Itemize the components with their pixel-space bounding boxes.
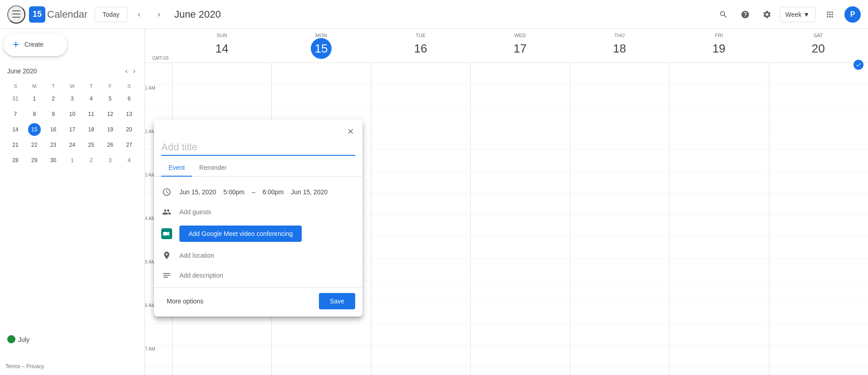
grid-cell[interactable] xyxy=(271,367,371,375)
mini-cal-day[interactable]: 16 xyxy=(44,122,63,137)
grid-cell[interactable] xyxy=(669,85,768,106)
mini-cal-prev[interactable]: ‹ xyxy=(123,65,129,77)
grid-cell[interactable] xyxy=(271,324,371,346)
grid-cell[interactable] xyxy=(669,367,768,375)
grid-cell[interactable] xyxy=(570,302,669,324)
grid-cell[interactable] xyxy=(669,63,768,85)
mini-cal-day[interactable]: 18 xyxy=(82,122,100,137)
mini-cal-day[interactable]: 10 xyxy=(63,107,82,121)
create-button[interactable]: + Create xyxy=(4,33,67,56)
grid-cell[interactable] xyxy=(769,172,868,193)
grid-cell[interactable] xyxy=(371,215,470,237)
help-icon[interactable] xyxy=(736,5,754,24)
grid-cell[interactable] xyxy=(570,237,669,259)
grid-cell[interactable] xyxy=(470,193,569,215)
grid-cell[interactable] xyxy=(371,302,470,324)
mini-cal-day[interactable]: 13 xyxy=(120,107,138,121)
grid-cell[interactable] xyxy=(371,259,470,280)
date-end-display[interactable]: Jun 15, 2020 xyxy=(291,188,328,196)
grid-cell[interactable] xyxy=(669,150,768,172)
grid-cell[interactable] xyxy=(371,346,470,367)
grid-cell[interactable] xyxy=(371,367,470,375)
grid-cell[interactable] xyxy=(570,346,669,367)
grid-cell[interactable] xyxy=(570,215,669,237)
grid-cell[interactable] xyxy=(769,302,868,324)
prev-nav-button[interactable]: ‹ xyxy=(131,6,147,23)
grid-cell[interactable] xyxy=(570,85,669,106)
grid-cell[interactable] xyxy=(769,85,868,106)
dialog-close-button[interactable] xyxy=(342,123,359,139)
mini-cal-day[interactable]: 6 xyxy=(120,91,138,106)
grid-cell[interactable] xyxy=(470,150,569,172)
grid-cell[interactable] xyxy=(470,215,569,237)
grid-cell[interactable] xyxy=(470,324,569,346)
apps-icon[interactable] xyxy=(821,5,839,24)
grid-cell[interactable] xyxy=(769,346,868,367)
grid-cell[interactable] xyxy=(669,324,768,346)
grid-cell[interactable] xyxy=(669,259,768,280)
mini-cal-day[interactable]: 12 xyxy=(101,107,119,121)
mini-cal-day[interactable]: 1 xyxy=(63,153,82,168)
mini-cal-day[interactable]: 2 xyxy=(82,153,100,168)
grid-cell[interactable] xyxy=(371,324,470,346)
mini-cal-day[interactable]: 3 xyxy=(101,153,119,168)
mini-cal-day[interactable]: 17 xyxy=(63,122,82,137)
menu-icon[interactable] xyxy=(7,5,25,24)
grid-cell[interactable] xyxy=(769,150,868,172)
grid-cell[interactable] xyxy=(769,193,868,215)
mini-cal-next[interactable]: › xyxy=(131,65,137,77)
time-end-display[interactable]: 6:00pm xyxy=(262,188,284,196)
mini-cal-day[interactable]: 20 xyxy=(120,122,138,137)
mini-cal-day[interactable]: 7 xyxy=(6,107,24,121)
grid-cell[interactable] xyxy=(172,63,271,85)
more-options-button[interactable]: More options xyxy=(161,294,209,308)
grid-cell[interactable] xyxy=(669,106,768,128)
add-location-text[interactable]: Add location xyxy=(179,252,214,259)
grid-cell[interactable] xyxy=(769,280,868,302)
mini-cal-day[interactable]: 9 xyxy=(44,107,63,121)
mini-cal-day[interactable]: 26 xyxy=(101,138,119,152)
mini-cal-day[interactable]: 11 xyxy=(82,107,100,121)
grid-cell[interactable] xyxy=(371,85,470,106)
add-description-text[interactable]: Add description xyxy=(179,272,223,279)
grid-cell[interactable] xyxy=(669,237,768,259)
mini-cal-day[interactable]: 29 xyxy=(25,153,43,168)
grid-cell[interactable] xyxy=(371,63,470,85)
grid-cell[interactable] xyxy=(769,259,868,280)
avatar[interactable]: P xyxy=(844,6,861,23)
tab-reminder[interactable]: Reminder xyxy=(192,159,234,177)
time-start-display[interactable]: 5:00pm xyxy=(223,188,245,196)
grid-cell[interactable] xyxy=(769,367,868,375)
add-google-meet-button[interactable]: Add Google Meet video conferencing xyxy=(179,226,302,242)
grid-cell[interactable] xyxy=(769,128,868,150)
grid-cell[interactable] xyxy=(371,193,470,215)
mini-cal-day[interactable]: 5 xyxy=(101,91,119,106)
grid-cell[interactable] xyxy=(172,346,271,367)
today-button[interactable]: Today xyxy=(95,7,127,22)
grid-cell[interactable] xyxy=(769,237,868,259)
grid-cell[interactable] xyxy=(570,172,669,193)
save-button[interactable]: Save xyxy=(319,293,355,309)
grid-cell[interactable] xyxy=(570,106,669,128)
grid-cell[interactable] xyxy=(371,150,470,172)
grid-cell[interactable] xyxy=(470,367,569,375)
mini-cal-day[interactable]: 22 xyxy=(25,138,43,152)
grid-cell[interactable] xyxy=(172,324,271,346)
tab-event[interactable]: Event xyxy=(161,159,192,177)
mini-cal-day[interactable]: 25 xyxy=(82,138,100,152)
grid-cell[interactable] xyxy=(570,367,669,375)
search-icon[interactable] xyxy=(714,5,733,24)
grid-cell[interactable] xyxy=(769,215,868,237)
grid-cell[interactable] xyxy=(371,280,470,302)
settings-icon[interactable] xyxy=(758,5,776,24)
privacy-link[interactable]: Privacy xyxy=(26,363,44,370)
grid-cell[interactable] xyxy=(570,128,669,150)
mini-cal-day[interactable]: 24 xyxy=(63,138,82,152)
event-title-input[interactable] xyxy=(161,139,355,156)
grid-cell[interactable] xyxy=(669,193,768,215)
grid-cell[interactable] xyxy=(172,85,271,106)
mini-cal-day[interactable]: 3 xyxy=(63,91,82,106)
grid-cell[interactable] xyxy=(470,259,569,280)
grid-cell[interactable] xyxy=(470,302,569,324)
mini-cal-day[interactable]: 2 xyxy=(44,91,63,106)
